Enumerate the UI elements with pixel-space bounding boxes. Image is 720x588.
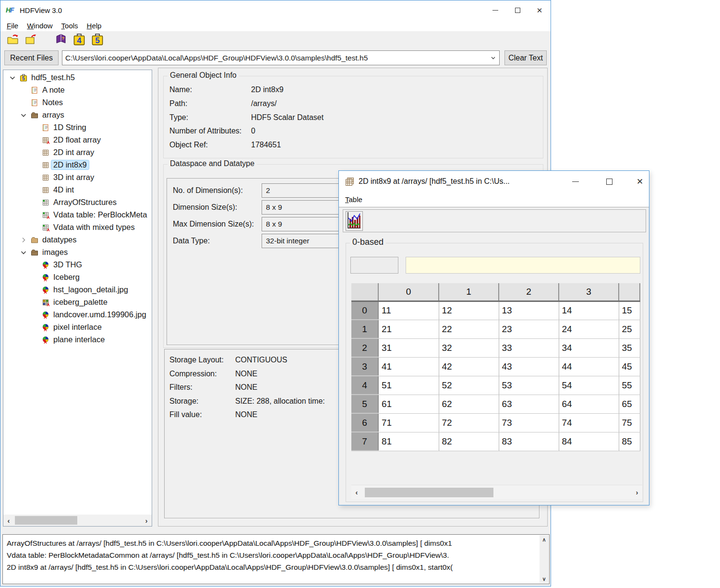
tree-item-3d-thg[interactable]: A3D THG xyxy=(3,259,152,271)
scroll-right-icon[interactable]: › xyxy=(141,515,152,526)
table-cell[interactable]: 65 xyxy=(619,395,640,413)
table-cell[interactable]: 61 xyxy=(378,395,439,413)
table-cell[interactable]: 23 xyxy=(499,320,559,338)
table-cell[interactable]: 34 xyxy=(559,338,619,357)
main-menu-window[interactable]: Window xyxy=(23,20,57,31)
scroll-down-icon[interactable]: ∨ xyxy=(540,575,549,583)
hdf4-library-button[interactable]: 4 xyxy=(72,33,87,48)
tree-item-1d-string[interactable]: 1D String xyxy=(3,121,152,134)
table-cell[interactable]: 63 xyxy=(499,395,559,413)
table-cell[interactable]: 22 xyxy=(439,320,499,338)
cell-value-field[interactable] xyxy=(406,257,640,274)
tree-item-arrayofstructures[interactable]: ArrayOfStructures xyxy=(3,196,152,209)
table-cell[interactable]: 13 xyxy=(499,301,559,320)
main-titlebar[interactable]: HF HDFView 3.0 xyxy=(0,0,551,20)
row-header-6[interactable]: 6 xyxy=(351,413,378,432)
table-cell[interactable]: 84 xyxy=(559,432,619,451)
row-header-7[interactable]: 7 xyxy=(351,432,378,451)
tree-item-arrays[interactable]: arrays xyxy=(3,109,152,121)
table-cell[interactable]: 25 xyxy=(619,320,640,338)
expanded-chevron-icon[interactable] xyxy=(20,249,27,256)
row-header-4[interactable]: 4 xyxy=(351,376,378,395)
table-cell[interactable]: 31 xyxy=(378,338,439,357)
tree-item-2d-float-array[interactable]: A2D float array xyxy=(3,134,152,146)
tree-item-vdata-with-mixed-types[interactable]: AVdata with mixed types xyxy=(3,221,152,234)
table-cell[interactable]: 11 xyxy=(378,301,439,320)
table-close-button[interactable]: ✕ xyxy=(629,171,651,192)
scroll-up-icon[interactable]: ∧ xyxy=(540,535,549,544)
tree-item-iceberg[interactable]: AIceberg xyxy=(3,271,152,284)
tree-item-3d-int-array[interactable]: 3D int array xyxy=(3,171,152,184)
table-menu-table[interactable]: Table xyxy=(341,194,367,205)
close-button[interactable]: ✕ xyxy=(528,0,551,20)
table-cell[interactable]: 82 xyxy=(439,432,499,451)
table-cell[interactable]: 53 xyxy=(499,376,559,395)
tree-item-2d-int8x9[interactable]: 2D int8x9 xyxy=(3,159,152,171)
main-menu-tools[interactable]: Tools xyxy=(57,20,83,31)
column-header-0[interactable]: 0 xyxy=(378,283,439,301)
scroll-left-icon[interactable]: ‹ xyxy=(3,515,14,526)
column-header-3[interactable]: 3 xyxy=(559,283,619,301)
table-cell[interactable]: 12 xyxy=(439,301,499,320)
maximize-button[interactable] xyxy=(506,0,528,20)
tree-item-datatypes[interactable]: datatypes xyxy=(3,234,152,246)
scroll-right-icon[interactable]: › xyxy=(632,485,642,499)
table-cell[interactable]: 52 xyxy=(439,376,499,395)
tree-item-hst-lagoon-detail-jpg[interactable]: Ahst_lagoon_detail.jpg xyxy=(3,284,152,296)
table-cell[interactable]: 24 xyxy=(559,320,619,338)
collapsed-chevron-icon[interactable] xyxy=(20,236,27,244)
scroll-left-icon[interactable]: ‹ xyxy=(351,485,362,499)
table-cell[interactable]: 81 xyxy=(378,432,439,451)
combo-chevron-icon[interactable] xyxy=(487,55,499,61)
tree-item-landcover-umd-199906-jpg[interactable]: Alandcover.umd.199906.jpg xyxy=(3,309,152,321)
hdf5-library-button[interactable]: 5 xyxy=(90,33,105,48)
cell-reference-field[interactable] xyxy=(350,257,398,274)
main-menu-help[interactable]: Help xyxy=(83,20,106,31)
tree-item-pixel-interlace[interactable]: Apixel interlace xyxy=(3,321,152,334)
table-cell[interactable]: 54 xyxy=(559,376,619,395)
table-cell[interactable]: 35 xyxy=(619,338,640,357)
row-header-0[interactable]: 0 xyxy=(351,301,378,320)
table-cell[interactable]: 42 xyxy=(439,357,499,376)
tree-item-images[interactable]: images xyxy=(3,246,152,259)
tree-item-hdf5-test-h5[interactable]: 5hdf5_test.h5 xyxy=(3,72,152,84)
table-cell[interactable]: 73 xyxy=(499,413,559,432)
tree-item-iceberg-palette[interactable]: Aiceberg_palette xyxy=(3,296,152,309)
line-plot-button[interactable] xyxy=(346,211,363,231)
table-minimize-button[interactable] xyxy=(564,171,587,192)
open-file-button[interactable] xyxy=(5,33,21,48)
table-cell[interactable]: 41 xyxy=(378,357,439,376)
help-button[interactable]: ? xyxy=(53,33,69,48)
table-cell[interactable]: 44 xyxy=(559,357,619,376)
row-header-1[interactable]: 1 xyxy=(351,320,378,338)
minimize-button[interactable] xyxy=(484,0,506,20)
expanded-chevron-icon[interactable] xyxy=(20,111,27,119)
close-file-button[interactable] xyxy=(24,33,39,48)
tree-item-2d-int-array[interactable]: 2D int array xyxy=(3,146,152,159)
table-cell[interactable]: 75 xyxy=(619,413,640,432)
column-header-2[interactable]: 2 xyxy=(499,283,559,301)
main-menu-file[interactable]: File xyxy=(2,20,23,31)
table-cell[interactable]: 64 xyxy=(559,395,619,413)
tree-item-vdata-table-perblockmeta[interactable]: AVdata table: PerBlockMeta xyxy=(3,209,152,221)
clear-text-button[interactable]: Clear Text xyxy=(504,50,547,65)
table-horizontal-scrollbar[interactable]: ‹ › xyxy=(351,485,642,499)
tree-item-notes[interactable]: Notes xyxy=(3,96,152,109)
tree-item-a-note[interactable]: A note xyxy=(3,84,152,96)
table-cell[interactable]: 83 xyxy=(499,432,559,451)
table-cell[interactable]: 15 xyxy=(619,301,640,320)
table-cell[interactable]: 85 xyxy=(619,432,640,451)
row-header-5[interactable]: 5 xyxy=(351,395,378,413)
column-header-1[interactable]: 1 xyxy=(439,283,499,301)
table-cell[interactable]: 43 xyxy=(499,357,559,376)
table-cell[interactable]: 72 xyxy=(439,413,499,432)
expanded-chevron-icon[interactable] xyxy=(9,74,16,82)
table-cell[interactable]: 32 xyxy=(439,338,499,357)
log-vertical-scrollbar[interactable]: ∧ ∨ xyxy=(540,535,549,583)
table-scroll-thumb[interactable] xyxy=(365,488,493,497)
table-maximize-button[interactable] xyxy=(598,171,620,192)
row-header-2[interactable]: 2 xyxy=(351,338,378,357)
tree-scroll-thumb[interactable] xyxy=(15,516,77,525)
table-cell[interactable]: 21 xyxy=(378,320,439,338)
table-cell[interactable]: 55 xyxy=(619,376,640,395)
